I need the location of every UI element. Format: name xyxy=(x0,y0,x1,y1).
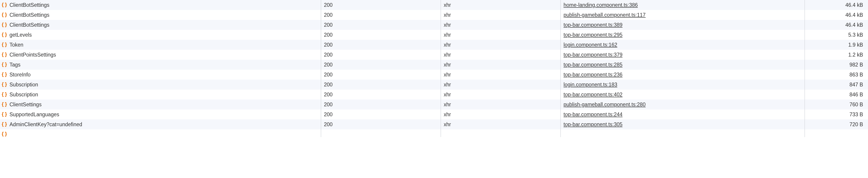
request-type: xhr xyxy=(441,110,561,119)
request-size: 846 B xyxy=(805,90,868,99)
initiator-link[interactable]: top-bar.component.ts:402 xyxy=(563,92,622,97)
json-icon xyxy=(1,12,7,18)
request-status: 200 xyxy=(321,80,441,90)
table-row[interactable]: AdminClientKey?cat=undefined200xhrtop-ba… xyxy=(0,119,868,129)
request-type: xhr xyxy=(441,20,561,30)
table-row[interactable]: Tags200xhrtop-bar.component.ts:285982 B xyxy=(0,60,868,70)
request-size: 46.4 kB xyxy=(805,20,868,30)
table-row[interactable]: Token200xhrlogin.component.ts:1621.9 kB xyxy=(0,40,868,50)
initiator-link[interactable]: home-landing.component.ts:386 xyxy=(563,2,638,8)
request-name: StoreInfo xyxy=(9,72,31,78)
request-size: 847 B xyxy=(805,80,868,90)
request-size: 1.2 kB xyxy=(805,50,868,60)
table-row[interactable]: ClientBotSettings200xhrtop-bar.component… xyxy=(0,20,868,30)
request-size: 46.4 kB xyxy=(805,10,868,20)
request-initiator-cell: top-bar.component.ts:389 xyxy=(561,20,805,30)
initiator-link[interactable]: publish-gameball.component.ts:117 xyxy=(563,12,646,18)
request-name-cell[interactable]: Subscription xyxy=(0,80,321,90)
request-type: xhr xyxy=(441,90,561,99)
request-type: xhr xyxy=(441,60,561,70)
initiator-link[interactable]: login.component.ts:162 xyxy=(563,42,617,48)
initiator-link[interactable]: top-bar.component.ts:244 xyxy=(563,112,622,117)
initiator-link[interactable]: top-bar.component.ts:236 xyxy=(563,72,622,78)
table-row[interactable]: ClientPointsSettings200xhrtop-bar.compon… xyxy=(0,50,868,60)
table-row[interactable]: ClientSettings200xhrpublish-gameball.com… xyxy=(0,99,868,110)
request-initiator-cell: login.component.ts:162 xyxy=(561,40,805,50)
request-initiator-cell: login.component.ts:183 xyxy=(561,80,805,90)
request-initiator-cell: top-bar.component.ts:305 xyxy=(561,119,805,129)
json-icon xyxy=(1,101,7,108)
json-icon xyxy=(1,82,7,88)
table-row[interactable]: Subscription200xhrlogin.component.ts:183… xyxy=(0,80,868,90)
request-initiator-cell: top-bar.component.ts:295 xyxy=(561,30,805,40)
request-name-cell[interactable]: Subscription xyxy=(0,90,321,99)
request-size: 733 B xyxy=(805,110,868,119)
request-size: 5.3 kB xyxy=(805,30,868,40)
request-name-cell[interactable]: Tags xyxy=(0,60,321,70)
initiator-link[interactable]: publish-gameball.component.ts:280 xyxy=(563,101,646,108)
request-name: Subscription xyxy=(9,92,38,98)
request-status: 200 xyxy=(321,10,441,20)
request-name-cell[interactable]: AdminClientKey?cat=undefined xyxy=(0,119,321,129)
request-name-cell[interactable]: SupportedLanguages xyxy=(0,110,321,119)
request-size: 720 B xyxy=(805,119,868,129)
table-row[interactable] xyxy=(0,129,868,137)
json-icon xyxy=(1,131,7,137)
request-type: xhr xyxy=(441,70,561,80)
request-name-cell[interactable]: ClientBotSettings xyxy=(0,20,321,30)
request-type: xhr xyxy=(441,0,561,10)
table-row[interactable]: ClientBotSettings200xhrhome-landing.comp… xyxy=(0,0,868,10)
initiator-link[interactable]: top-bar.component.ts:305 xyxy=(563,121,622,127)
initiator-link[interactable]: top-bar.component.ts:389 xyxy=(563,22,622,28)
initiator-link[interactable]: top-bar.component.ts:295 xyxy=(563,32,622,38)
table-row[interactable]: Subscription200xhrtop-bar.component.ts:4… xyxy=(0,90,868,99)
request-name: ClientBotSettings xyxy=(9,22,49,28)
request-status: 200 xyxy=(321,30,441,40)
request-name: Tags xyxy=(9,62,21,68)
request-initiator-cell: publish-gameball.component.ts:280 xyxy=(561,99,805,110)
request-status: 200 xyxy=(321,40,441,50)
request-name-cell[interactable]: ClientBotSettings xyxy=(0,0,321,10)
request-initiator-cell: top-bar.component.ts:285 xyxy=(561,60,805,70)
request-initiator-cell: publish-gameball.component.ts:117 xyxy=(561,10,805,20)
json-icon xyxy=(1,22,7,28)
request-name: Subscription xyxy=(9,82,38,88)
request-status: 200 xyxy=(321,50,441,60)
request-name: Token xyxy=(9,42,23,48)
request-name: SupportedLanguages xyxy=(9,112,59,118)
request-name-cell[interactable]: Token xyxy=(0,40,321,50)
request-initiator-cell: top-bar.component.ts:244 xyxy=(561,110,805,119)
request-status: 200 xyxy=(321,70,441,80)
network-requests-table: ClientBotSettings200xhrhome-landing.comp… xyxy=(0,0,868,137)
request-name: ClientPointsSettings xyxy=(9,52,56,58)
request-size: 863 B xyxy=(805,70,868,80)
request-name: AdminClientKey?cat=undefined xyxy=(9,121,82,127)
request-type: xhr xyxy=(441,40,561,50)
request-name: ClientBotSettings xyxy=(9,2,49,8)
request-status: 200 xyxy=(321,20,441,30)
request-size: 1.9 kB xyxy=(805,40,868,50)
request-name: ClientSettings xyxy=(9,101,41,108)
table-row[interactable]: StoreInfo200xhrtop-bar.component.ts:2368… xyxy=(0,70,868,80)
request-name: ClientBotSettings xyxy=(9,12,49,18)
initiator-link[interactable]: top-bar.component.ts:285 xyxy=(563,62,622,68)
request-size: 982 B xyxy=(805,60,868,70)
request-size: 760 B xyxy=(805,99,868,110)
request-name-cell[interactable]: ClientSettings xyxy=(0,99,321,110)
request-name-cell[interactable]: ClientPointsSettings xyxy=(0,50,321,60)
initiator-link[interactable]: top-bar.component.ts:379 xyxy=(563,52,622,58)
request-initiator-cell: top-bar.component.ts:379 xyxy=(561,50,805,60)
request-status: 200 xyxy=(321,90,441,99)
json-icon xyxy=(1,92,7,97)
table-row[interactable]: ClientBotSettings200xhrpublish-gameball.… xyxy=(0,10,868,20)
request-name-cell[interactable]: StoreInfo xyxy=(0,70,321,80)
request-name-cell[interactable]: getLevels xyxy=(0,30,321,40)
table-row[interactable]: SupportedLanguages200xhrtop-bar.componen… xyxy=(0,110,868,119)
request-name: getLevels xyxy=(9,32,32,38)
json-icon xyxy=(1,2,7,8)
table-row[interactable]: getLevels200xhrtop-bar.component.ts:2955… xyxy=(0,30,868,40)
request-status: 200 xyxy=(321,110,441,119)
request-initiator-cell: home-landing.component.ts:386 xyxy=(561,0,805,10)
initiator-link[interactable]: login.component.ts:183 xyxy=(563,82,617,88)
request-name-cell[interactable]: ClientBotSettings xyxy=(0,10,321,20)
